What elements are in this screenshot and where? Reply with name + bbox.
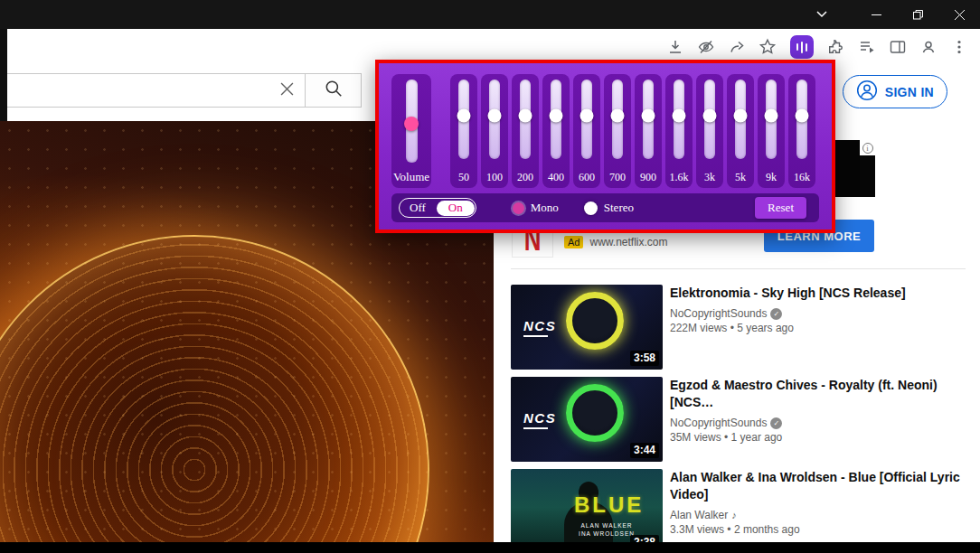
- stereo-radio[interactable]: [584, 202, 598, 215]
- equalizer-extension-popup: Volume 50 100 200 400 600: [375, 60, 835, 233]
- window-left-edge: [0, 29, 7, 121]
- download-done-icon[interactable]: [662, 33, 689, 61]
- duration-badge: 3:44: [630, 443, 659, 458]
- toggle-on-option[interactable]: On: [437, 201, 475, 216]
- eq-band-slider-200[interactable]: 200: [512, 74, 539, 188]
- video-title[interactable]: Elektronomia - Sky High [NCS Release]: [670, 285, 906, 302]
- ncs-logo: NCS: [523, 318, 556, 337]
- stereo-option[interactable]: Stereo: [584, 201, 634, 215]
- toggle-off-option[interactable]: Off: [400, 199, 436, 217]
- window-titlebar: [0, 0, 980, 29]
- video-thumbnail[interactable]: NCS 3:58: [511, 285, 663, 370]
- channel-row[interactable]: NoCopyrightSounds: [670, 417, 966, 429]
- channel-name: NoCopyrightSounds: [670, 417, 767, 429]
- eq-band-slider-700[interactable]: 700: [604, 74, 631, 188]
- search-icon: [324, 79, 344, 102]
- band-knob[interactable]: [519, 109, 532, 123]
- band-knob[interactable]: [673, 109, 686, 123]
- channel-name: NoCopyrightSounds: [670, 307, 767, 320]
- eq-band-slider-600[interactable]: 600: [573, 74, 600, 188]
- volume-label: Volume: [393, 170, 429, 184]
- equalizer-extension-icon[interactable]: [790, 35, 814, 59]
- video-thumbnail[interactable]: NCS 3:44: [511, 377, 663, 462]
- equalizer-sliders: Volume 50 100 200 400 600: [379, 63, 832, 188]
- menu-kebab-icon[interactable]: [946, 33, 973, 61]
- volume-slider[interactable]: Volume: [391, 74, 431, 188]
- band-knob[interactable]: [580, 109, 594, 123]
- stereo-label: Stereo: [604, 201, 634, 215]
- verified-icon: [770, 417, 782, 429]
- chevron-down-icon[interactable]: [801, 0, 843, 29]
- mono-option[interactable]: Mono: [513, 201, 559, 215]
- restore-button[interactable]: [897, 0, 938, 29]
- ad-info-icon[interactable]: [860, 140, 875, 155]
- close-button[interactable]: [938, 0, 980, 29]
- ad-url: www.netflix.com: [589, 236, 667, 248]
- sign-in-button[interactable]: SIGN IN: [843, 75, 947, 108]
- thumb-title-text: BLUE: [574, 492, 644, 518]
- ncs-ring-graphic: [566, 292, 624, 350]
- eq-band-slider-9k[interactable]: 9k: [758, 74, 785, 188]
- sidebar-divider: [511, 268, 966, 269]
- side-panel-icon[interactable]: [884, 33, 911, 61]
- band-knob[interactable]: [703, 109, 717, 123]
- ncs-logo: NCS: [523, 410, 556, 429]
- minimize-button[interactable]: [855, 0, 897, 29]
- reset-button[interactable]: Reset: [755, 197, 806, 219]
- video-meta: 3.3M views • 2 months ago: [670, 523, 966, 536]
- mono-label: Mono: [531, 201, 559, 215]
- channel-row[interactable]: Alan Walker: [670, 509, 966, 521]
- sign-in-label: SIGN IN: [885, 85, 934, 99]
- search-clear-icon[interactable]: [280, 82, 294, 99]
- eq-band-slider-3k[interactable]: 3k: [696, 74, 723, 188]
- suggested-video-item[interactable]: NCS 3:58 Elektronomia - Sky High [NCS Re…: [511, 285, 966, 370]
- eq-band-slider-400[interactable]: 400: [542, 74, 570, 188]
- eq-band-slider-900[interactable]: 900: [635, 74, 662, 188]
- share-icon[interactable]: [723, 33, 750, 61]
- suggested-video-item[interactable]: NCS 3:44 Egzod & Maestro Chives - Royalt…: [511, 377, 966, 462]
- equalizer-controls-bar: Off On Mono Stereo Reset: [391, 193, 819, 222]
- profile-icon[interactable]: [915, 33, 942, 61]
- playlist-icon[interactable]: [853, 33, 881, 61]
- mono-radio[interactable]: [513, 202, 524, 214]
- band-knob[interactable]: [611, 109, 625, 123]
- channel-name: Alan Walker: [670, 509, 728, 521]
- window-bottom-edge: [0, 542, 980, 553]
- duration-badge: 3:58: [630, 351, 659, 366]
- eq-band-slider-5k[interactable]: 5k: [727, 74, 754, 188]
- extensions-puzzle-icon[interactable]: [823, 33, 850, 61]
- volume-slider-knob[interactable]: [404, 117, 419, 131]
- sign-in-person-icon: [856, 80, 878, 104]
- power-toggle[interactable]: Off On: [399, 198, 476, 218]
- search-button[interactable]: [306, 73, 362, 108]
- video-title[interactable]: Alan Walker & Ina Wroldsen - Blue [Offic…: [670, 469, 966, 503]
- band-knob[interactable]: [765, 109, 778, 123]
- suggested-video-item[interactable]: BLUE ALAN WALKER INA WROLDSEN 2:38 Alan …: [511, 469, 966, 553]
- band-knob[interactable]: [796, 109, 809, 123]
- music-note-icon: [731, 510, 737, 520]
- ncs-ring-graphic: [566, 384, 624, 442]
- verified-icon: [770, 308, 782, 320]
- search-input[interactable]: [7, 73, 306, 108]
- star-icon[interactable]: [754, 33, 781, 61]
- band-knob[interactable]: [457, 109, 471, 123]
- channel-row[interactable]: NoCopyrightSounds: [670, 307, 906, 320]
- ad-badge: Ad: [564, 236, 583, 248]
- eq-band-slider-1.6k[interactable]: 1.6k: [665, 74, 693, 188]
- video-thumbnail[interactable]: BLUE ALAN WALKER INA WROLDSEN 2:38: [511, 469, 663, 553]
- eq-band-slider-100[interactable]: 100: [481, 74, 508, 188]
- video-title[interactable]: Egzod & Maestro Chives - Royalty (ft. Ne…: [670, 377, 966, 411]
- band-knob[interactable]: [734, 109, 748, 123]
- video-visual-sphere: [0, 235, 429, 542]
- video-meta: 35M views • 1 year ago: [670, 431, 966, 444]
- eq-band-slider-16k[interactable]: 16k: [788, 74, 815, 188]
- band-knob[interactable]: [550, 109, 563, 123]
- ad-text-row: Ad www.netflix.com: [564, 236, 668, 248]
- eye-off-icon[interactable]: [693, 33, 720, 61]
- band-knob[interactable]: [642, 109, 655, 123]
- video-meta: 222M views • 5 years ago: [670, 322, 906, 334]
- eq-band-slider-50[interactable]: 50: [450, 74, 477, 188]
- band-knob[interactable]: [488, 109, 502, 123]
- volume-slider-track[interactable]: [406, 80, 418, 163]
